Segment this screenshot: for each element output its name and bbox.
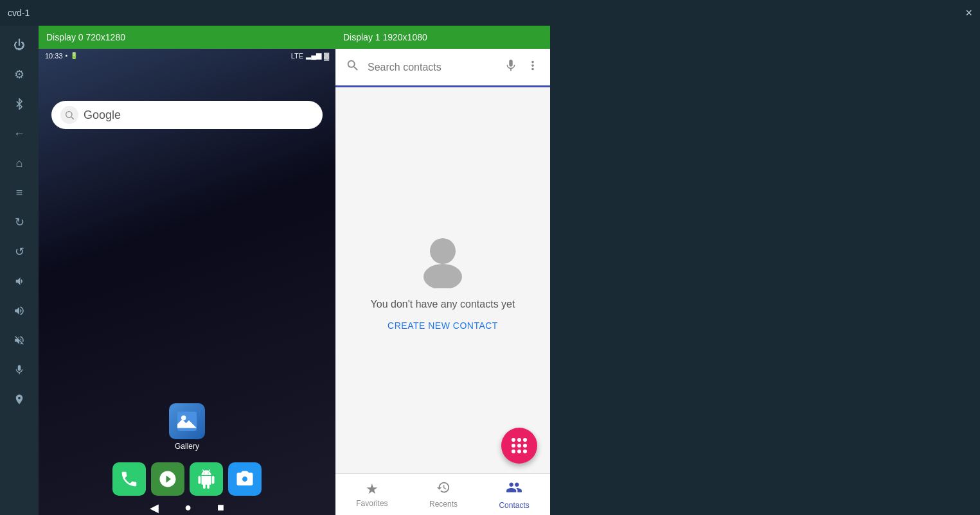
svg-line-1 [71,117,74,119]
dock-apps [107,457,267,501]
back-icon[interactable]: ← [6,121,32,146]
svg-point-4 [430,238,456,264]
display-1-content: You don't have any contacts yet CREATE N… [335,49,550,515]
phone-app-icon[interactable] [112,462,146,496]
empty-state-message: You don't have any contacts yet [371,299,515,310]
settings-icon[interactable]: ⚙ [6,62,32,87]
home-icon[interactable]: ⌂ [6,150,32,176]
battery-indicator: 🔋 [70,52,78,59]
left-sidebar: ⏻ ⚙ ← ⌂ ≡ ↻ ↺ [0,26,39,515]
contacts-icon [506,479,522,500]
gallery-label: Gallery [175,442,199,451]
fdroid-app-icon[interactable] [151,462,184,496]
sim-icon: ▪ [66,52,68,59]
phone-screen: 10:33 ▪ 🔋 LTE ▂▄▆ ▓ [39,49,335,515]
gallery-app-icon[interactable] [169,403,205,439]
favorites-tab[interactable]: ★ Favorites [356,481,388,508]
volume-up-icon[interactable] [6,298,32,324]
mic-sidebar-icon[interactable] [6,357,32,383]
recents-icon [436,480,450,498]
display-0: Display 0 720x1280 10:33 ▪ 🔋 LTE ▂▄▆ [39,26,335,515]
title-bar: cvd-1 × [0,0,980,26]
volume-down-icon[interactable] [6,268,32,294]
signal-bars: ▂▄▆ [306,51,321,60]
phone-icons-area: Gallery [169,403,205,451]
status-left: 10:33 ▪ 🔋 [45,52,78,60]
create-contact-button[interactable]: CREATE NEW CONTACT [388,320,498,331]
back-nav-button[interactable]: ◀ [150,501,159,515]
contacts-label: Contacts [499,501,529,510]
recents-nav-button[interactable]: ■ [217,501,224,515]
displays-row: Display 0 720x1280 10:33 ▪ 🔋 LTE ▂▄▆ [39,26,550,515]
camera-app-icon[interactable] [228,462,262,496]
battery-icon: ▓ [324,52,329,60]
display-1-header: Display 1 1920x1080 [335,26,550,49]
google-search-icon [60,106,78,124]
more-options-icon[interactable] [526,58,540,76]
status-bar: 10:33 ▪ 🔋 LTE ▂▄▆ ▓ [39,49,335,62]
bluetooth-icon[interactable] [6,91,32,117]
phone-dock: ◀ ● ■ [39,457,335,515]
display-0-header: Display 0 720x1280 [39,26,335,49]
refresh-icon[interactable]: ↺ [6,239,32,265]
recents-label: Recents [429,500,458,509]
bottom-navigation: ★ Favorites Recents Contacts [335,473,550,515]
display-1: Display 1 1920x1080 [335,26,550,515]
rotate-icon[interactable]: ↻ [6,209,32,235]
add-contact-fab[interactable] [501,428,537,464]
menu-icon[interactable]: ≡ [6,180,32,205]
lte-indicator: LTE [291,52,303,60]
favorites-icon: ★ [366,481,379,498]
location-icon[interactable] [6,387,32,412]
window-title: cvd-1 [8,8,30,18]
empty-person-avatar [414,231,472,288]
display-0-content[interactable]: 10:33 ▪ 🔋 LTE ▂▄▆ ▓ [39,49,335,515]
google-label: Google [84,109,121,122]
power-icon[interactable]: ⏻ [6,32,32,58]
favorites-label: Favorites [356,499,388,508]
google-search-bar[interactable]: Google [51,101,323,129]
status-right: LTE ▂▄▆ ▓ [291,51,329,60]
svg-point-0 [66,112,72,118]
android-app-icon[interactable] [190,462,223,496]
contacts-search-bar[interactable] [335,49,550,87]
nav-bar: ◀ ● ■ [150,501,224,515]
recents-tab[interactable]: Recents [429,480,458,509]
voice-search-icon[interactable] [504,58,518,76]
time-display: 10:33 [45,52,63,60]
contacts-tab[interactable]: Contacts [499,479,529,510]
svg-point-5 [423,264,462,288]
search-icon [346,58,360,76]
mute-icon[interactable] [6,327,32,353]
home-nav-button[interactable]: ● [184,501,192,515]
fab-grid-icon [512,438,527,453]
contacts-empty-state: You don't have any contacts yet CREATE N… [335,87,550,473]
close-button[interactable]: × [965,6,972,20]
search-input[interactable] [368,62,496,73]
main-area: ⏻ ⚙ ← ⌂ ≡ ↻ ↺ Display 0 720x1280 [0,26,980,515]
